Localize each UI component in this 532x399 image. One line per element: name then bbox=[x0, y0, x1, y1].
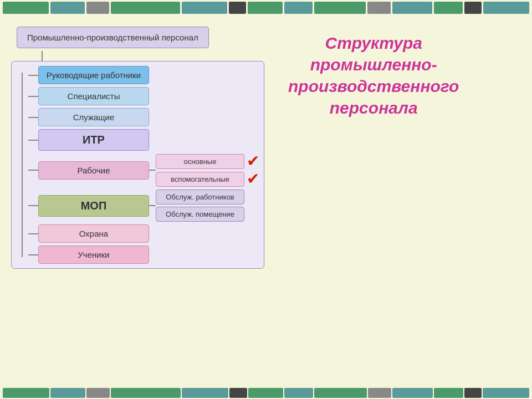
bot-seg-2 bbox=[50, 388, 85, 398]
title-line-4: персонала bbox=[330, 99, 418, 117]
connector-mop-right bbox=[149, 205, 156, 206]
bar-seg-2 bbox=[50, 2, 85, 14]
connector-raboch-right bbox=[149, 170, 156, 171]
page-title: Структура промышленно- производственного… bbox=[288, 32, 459, 119]
box-spec: Специалисты bbox=[38, 87, 149, 105]
org-inner: Руководящие работники Специалисты Служащ… bbox=[16, 66, 259, 264]
title-line-3: производственного bbox=[288, 77, 459, 95]
box-ohrana: Охрана bbox=[38, 224, 149, 243]
org-chart: Промышленно-производственный персонал Ру… bbox=[11, 21, 277, 392]
org-row-spec: Специалисты bbox=[28, 87, 259, 105]
box-sluzh: Служащие bbox=[38, 108, 149, 126]
top-decorative-bar bbox=[0, 0, 532, 16]
box-mop: МОП bbox=[38, 195, 149, 217]
bot-seg-1 bbox=[3, 388, 49, 398]
bot-seg-11 bbox=[392, 388, 433, 398]
bot-seg-8 bbox=[284, 388, 314, 398]
bar-seg-5 bbox=[182, 2, 228, 14]
box-raboch: Рабочие bbox=[38, 161, 149, 180]
mop-sub: Обслуж. работников Обслуж. помещение bbox=[156, 190, 244, 222]
bar-seg-12 bbox=[434, 2, 463, 14]
box-ucheniki: Ученики bbox=[38, 245, 149, 264]
sub-box-osnovnye: основные bbox=[156, 154, 244, 169]
raboch-sub-row-2: вспомогательные ✔ bbox=[156, 171, 259, 187]
top-node: Промышленно-производственный персонал bbox=[17, 27, 209, 48]
bot-seg-10 bbox=[368, 388, 391, 398]
raboch-sub-row-1: основные ✔ bbox=[156, 154, 259, 169]
bot-seg-7 bbox=[248, 388, 283, 398]
bar-seg-3 bbox=[86, 2, 109, 14]
right-panel: Структура промышленно- производственного… bbox=[288, 21, 521, 392]
bot-seg-9 bbox=[314, 388, 367, 398]
org-row-ohrana: Охрана bbox=[28, 224, 259, 243]
org-row-itr: ИТР bbox=[28, 129, 259, 151]
bar-seg-14 bbox=[483, 2, 529, 14]
bot-seg-14 bbox=[483, 388, 529, 398]
main-content: Промышленно-производственный персонал Ру… bbox=[0, 16, 532, 398]
bar-seg-7 bbox=[248, 2, 282, 14]
title-line-2: промышленно- bbox=[310, 55, 437, 74]
title-line-1: Структура bbox=[325, 34, 422, 52]
bar-seg-6 bbox=[229, 2, 246, 14]
bot-seg-6 bbox=[229, 388, 247, 398]
bot-seg-3 bbox=[86, 388, 110, 398]
vertical-line bbox=[22, 73, 23, 257]
box-rukov: Руководящие работники bbox=[38, 66, 149, 84]
bar-seg-1 bbox=[3, 2, 49, 14]
h-line-itr bbox=[28, 140, 38, 141]
org-rows: Руководящие работники Специалисты Служащ… bbox=[28, 66, 259, 264]
h-line-ohrana bbox=[28, 233, 38, 234]
org-row-mop: МОП Обслуж. работников Обслуж. помещение bbox=[28, 190, 259, 222]
box-itr: ИТР bbox=[38, 129, 149, 151]
bar-seg-8 bbox=[284, 2, 313, 14]
checkmark-1: ✔ bbox=[247, 154, 259, 169]
bar-seg-10 bbox=[367, 2, 390, 14]
org-outer-box: Руководящие работники Специалисты Служащ… bbox=[11, 61, 264, 269]
bottom-decorative-bar bbox=[0, 387, 532, 399]
checkmark-2: ✔ bbox=[247, 171, 259, 187]
org-row-sluzh: Служащие bbox=[28, 108, 259, 126]
h-line-sluzh bbox=[28, 117, 38, 118]
raboch-sub: основные ✔ вспомогательные ✔ bbox=[156, 154, 259, 187]
bar-seg-9 bbox=[314, 2, 366, 14]
org-row-rukov: Руководящие работники bbox=[28, 66, 259, 84]
h-line-ucheniki bbox=[28, 254, 38, 255]
bot-seg-12 bbox=[434, 388, 463, 398]
bar-seg-11 bbox=[392, 2, 432, 14]
sub-box-mop-2: Обслуж. помещение bbox=[156, 207, 244, 222]
h-line-rukov bbox=[28, 75, 38, 76]
h-line-mop bbox=[28, 205, 38, 206]
sub-box-vspomog: вспомогательные bbox=[156, 172, 244, 187]
org-row-ucheniki: Ученики bbox=[28, 245, 259, 264]
bot-seg-4 bbox=[111, 388, 181, 398]
h-line-raboch bbox=[28, 170, 38, 171]
sub-box-mop-1: Обслуж. работников bbox=[156, 190, 244, 204]
h-line-spec bbox=[28, 96, 38, 97]
bar-seg-4 bbox=[111, 2, 180, 14]
bot-seg-13 bbox=[464, 388, 482, 398]
top-vertical-connector bbox=[42, 51, 43, 61]
bot-seg-5 bbox=[182, 388, 228, 398]
bar-seg-13 bbox=[464, 2, 482, 14]
org-row-raboch: Рабочие основные ✔ вспомогательные ✔ bbox=[28, 154, 259, 187]
